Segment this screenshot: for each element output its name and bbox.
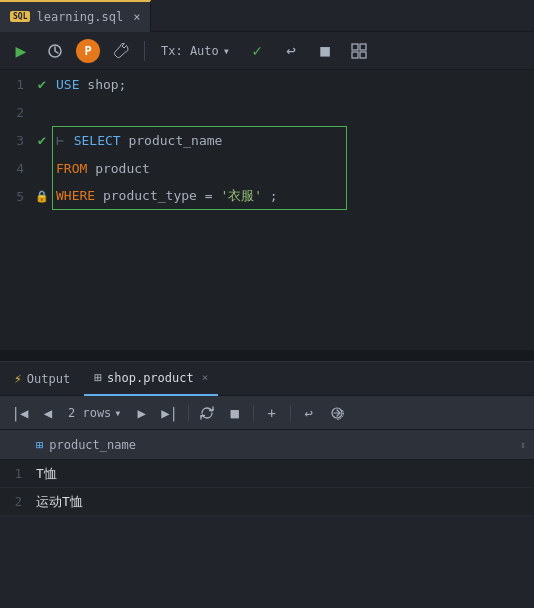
export-icon bbox=[329, 406, 345, 420]
add-row-button[interactable]: + bbox=[260, 401, 284, 425]
sql-tab[interactable]: SQL learning.sql × bbox=[0, 0, 151, 32]
export-button[interactable] bbox=[325, 401, 349, 425]
check-gutter-icon-1: ✔ bbox=[38, 76, 46, 92]
cell-1-product-name[interactable]: T恤 bbox=[28, 465, 534, 483]
text-product-type: product_type = bbox=[103, 188, 220, 203]
refresh-icon bbox=[200, 406, 214, 420]
string-value: '衣服' bbox=[220, 188, 262, 203]
keyword-select: SELECT bbox=[74, 133, 121, 148]
text-product-table: product bbox=[95, 161, 150, 176]
line-number-3: 3 bbox=[0, 133, 32, 148]
keyword-where: WHERE bbox=[56, 188, 95, 203]
tab-filename: learning.sql bbox=[36, 10, 123, 24]
last-row-button[interactable]: ▶| bbox=[158, 401, 182, 425]
results-tab-bar: ⚡ Output ⊞ shop.product × bbox=[0, 362, 534, 396]
shop-product-tab[interactable]: ⊞ shop.product × bbox=[84, 362, 218, 396]
stop-button[interactable]: ■ bbox=[312, 38, 338, 64]
rtb-divider-3 bbox=[290, 405, 291, 421]
line-number-4: 4 bbox=[0, 161, 32, 176]
first-row-button[interactable]: |◀ bbox=[8, 401, 32, 425]
output-tab[interactable]: ⚡ Output bbox=[4, 362, 80, 396]
line-content-4: FROM product bbox=[52, 161, 150, 176]
shop-tab-close[interactable]: × bbox=[202, 371, 209, 384]
output-tab-label: Output bbox=[27, 372, 70, 386]
refresh-button[interactable] bbox=[195, 401, 219, 425]
line-gutter-5: 🔒 bbox=[32, 190, 52, 203]
text-product-name: product_name bbox=[128, 133, 222, 148]
line-content-3: ⊢ SELECT product_name bbox=[52, 133, 222, 148]
rows-chevron-icon: ▾ bbox=[114, 406, 121, 420]
cell-2-product-name[interactable]: 运动T恤 bbox=[28, 493, 534, 511]
prev-row-button[interactable]: ◀ bbox=[36, 401, 60, 425]
grid-icon bbox=[351, 43, 367, 59]
rows-select[interactable]: 2 rows ▾ bbox=[64, 404, 126, 422]
confirm-button[interactable]: ✓ bbox=[244, 38, 270, 64]
profile-button[interactable]: P bbox=[76, 39, 100, 63]
tx-label: Tx: Auto bbox=[161, 44, 219, 58]
rtb-divider-1 bbox=[188, 405, 189, 421]
line-4: 4 FROM product bbox=[0, 154, 534, 182]
table-row: 2 运动T恤 bbox=[0, 488, 534, 516]
line-gutter-1: ✔ bbox=[32, 76, 52, 92]
rows-count-label: 2 rows bbox=[68, 406, 111, 420]
tab-close-button[interactable]: × bbox=[133, 10, 140, 24]
stop-results-button[interactable]: ■ bbox=[223, 401, 247, 425]
table-tab-icon: ⊞ bbox=[94, 370, 102, 385]
column-name-label: product_name bbox=[49, 438, 136, 452]
svg-rect-1 bbox=[352, 44, 358, 50]
shop-tab-label: shop.product bbox=[107, 371, 194, 385]
revert-button[interactable]: ↩ bbox=[297, 401, 321, 425]
line-3: 3 ✔ ⊢ SELECT product_name bbox=[0, 126, 534, 154]
undo-button[interactable]: ↩ bbox=[278, 38, 304, 64]
output-tab-icon: ⚡ bbox=[14, 371, 22, 386]
line-gutter-3: ✔ bbox=[32, 132, 52, 148]
lock-icon-5: 🔒 bbox=[35, 190, 49, 203]
line-2: 2 bbox=[0, 98, 534, 126]
row-number-1: 1 bbox=[0, 467, 28, 481]
svg-rect-3 bbox=[352, 52, 358, 58]
run-button[interactable]: ▶ bbox=[8, 38, 34, 64]
svg-rect-4 bbox=[360, 52, 366, 58]
history-icon bbox=[47, 43, 63, 59]
chevron-down-icon: ▾ bbox=[223, 44, 230, 58]
fold-icon: ⊢ bbox=[56, 133, 64, 148]
line-1: 1 ✔ USE shop; bbox=[0, 70, 534, 98]
results-table: ⊞ product_name ⇕ 1 T恤 2 运动T恤 bbox=[0, 430, 534, 516]
grid-button[interactable] bbox=[346, 38, 372, 64]
line-content-5: WHERE product_type = '衣服' ; bbox=[52, 187, 278, 205]
panel-separator bbox=[0, 350, 534, 362]
line-number-1: 1 bbox=[0, 77, 32, 92]
text-semicolon: ; bbox=[270, 188, 278, 203]
table-row: 1 T恤 bbox=[0, 460, 534, 488]
keyword-from: FROM bbox=[56, 161, 87, 176]
sql-icon: SQL bbox=[10, 11, 30, 22]
svg-rect-2 bbox=[360, 44, 366, 50]
table-icon-header: ⊞ bbox=[36, 438, 43, 452]
results-panel: ⚡ Output ⊞ shop.product × |◀ ◀ 2 rows ▾ … bbox=[0, 362, 534, 608]
line-5: 5 🔒 WHERE product_type = '衣服' ; bbox=[0, 182, 534, 210]
column-header-product-name[interactable]: ⊞ product_name ⇕ bbox=[28, 438, 534, 452]
sort-icon[interactable]: ⇕ bbox=[520, 439, 526, 450]
check-gutter-icon-3: ✔ bbox=[38, 132, 46, 148]
tab-bar: SQL learning.sql × bbox=[0, 0, 534, 32]
code-editor[interactable]: 1 ✔ USE shop; 2 3 ✔ ⊢ SELECT product_nam… bbox=[0, 70, 534, 350]
editor-toolbar: ▶ P Tx: Auto ▾ ✓ ↩ ■ bbox=[0, 32, 534, 70]
toolbar-divider-1 bbox=[144, 41, 145, 61]
rtb-divider-2 bbox=[253, 405, 254, 421]
line-content-1: USE shop; bbox=[52, 77, 126, 92]
tx-dropdown[interactable]: Tx: Auto ▾ bbox=[155, 41, 236, 61]
history-button[interactable] bbox=[42, 38, 68, 64]
row-number-2: 2 bbox=[0, 495, 28, 509]
line-number-2: 2 bbox=[0, 105, 32, 120]
wrench-icon bbox=[113, 43, 129, 59]
text-shop: shop; bbox=[87, 77, 126, 92]
next-row-button[interactable]: ▶ bbox=[130, 401, 154, 425]
keyword-use: USE bbox=[56, 77, 79, 92]
results-toolbar: |◀ ◀ 2 rows ▾ ▶ ▶| ■ + ↩ bbox=[0, 396, 534, 430]
table-header: ⊞ product_name ⇕ bbox=[0, 430, 534, 460]
settings-button[interactable] bbox=[108, 38, 134, 64]
line-number-5: 5 bbox=[0, 189, 32, 204]
